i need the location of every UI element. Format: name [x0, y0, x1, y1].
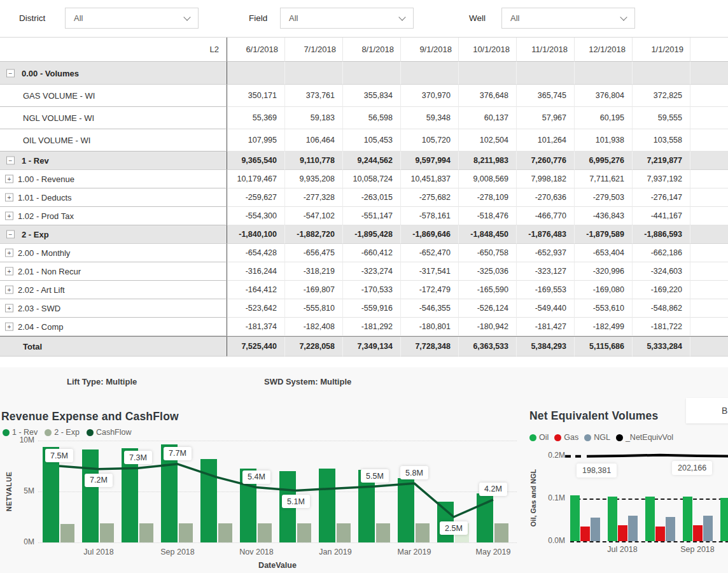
row-label: 2.01 - Non Recur: [18, 267, 81, 276]
value-cell: [690, 207, 728, 225]
collapse-icon[interactable]: −: [6, 230, 15, 239]
value-cell: 373,761: [285, 85, 343, 107]
value-cell: 7: [690, 152, 728, 170]
x-axis-tick: May 2019: [473, 548, 514, 556]
column-header[interactable]: 7/1/2018: [285, 38, 343, 62]
table-row[interactable]: +2.01 - Non Recur-316,244-318,219-323,27…: [0, 262, 728, 281]
row-label-cell[interactable]: +2.02 - Art Lift: [0, 281, 227, 299]
row-label-cell[interactable]: −1 - Rev: [0, 152, 227, 170]
row-label: OIL VOLUME - WI: [23, 136, 90, 145]
revenue-expense-cashflow-chart: Revenue Expense and CashFlow 1 - Rev2 - …: [0, 395, 523, 573]
row-label-cell[interactable]: +1.02 - Prod Tax: [0, 207, 227, 225]
value-cell: 7,349,134: [343, 337, 401, 357]
swd-system-label: SWD System: Multiple: [264, 377, 351, 386]
value-cell: 10,451,837: [401, 170, 459, 188]
field-filter-label: Field: [249, 13, 267, 23]
column-header[interactable]: 6/1/2018: [227, 38, 285, 62]
row-label-cell[interactable]: NGL VOLUME - WI: [0, 107, 227, 129]
table-row[interactable]: −2 - Exp-1,840,100-1,882,720-1,895,428-1…: [0, 225, 728, 244]
row-label-cell[interactable]: +2.01 - Non Recur: [0, 262, 227, 281]
table-row[interactable]: Total7,525,4407,228,0587,349,1347,728,34…: [0, 336, 728, 357]
expand-icon[interactable]: +: [5, 212, 13, 220]
value-cell: [690, 85, 728, 107]
value-cell: -553,610: [575, 299, 633, 318]
column-header[interactable]: 11/1/2018: [517, 38, 575, 62]
x-axis-tick: Jan 2019: [315, 548, 356, 556]
value-cell: -263,015: [343, 188, 401, 207]
table-row[interactable]: OIL VOLUME - WI107,995106,464105,453105,…: [0, 129, 728, 152]
x-axis-title: DateValue: [252, 561, 303, 570]
expand-icon[interactable]: +: [5, 286, 13, 294]
line-value-label: 202,166: [672, 461, 712, 475]
row-label-cell[interactable]: −2 - Exp: [0, 225, 227, 244]
value-cell: 9,008,569: [459, 170, 517, 188]
value-cell: 60,137: [459, 107, 517, 129]
value-cell: -436,843: [575, 207, 633, 225]
table-row[interactable]: +1.00 - Revenue10,179,4679,935,20810,058…: [0, 170, 728, 188]
expand-icon[interactable]: +: [5, 304, 13, 313]
data-label: 4.2M: [479, 483, 507, 496]
value-cell: 9,244,562: [343, 152, 401, 170]
row-label-cell[interactable]: GAS VOLUME - WI: [0, 85, 227, 107]
cashflow-line-layer: [0, 395, 523, 573]
value-cell: [690, 262, 728, 281]
value-cell: 7,525,440: [227, 337, 285, 357]
table-row[interactable]: +2.04 - Comp-181,374-182,408-181,292-180…: [0, 318, 728, 336]
district-filter-dropdown[interactable]: All: [65, 8, 199, 29]
column-header[interactable]: 9/1/2018: [401, 38, 459, 62]
table-row[interactable]: +2.02 - Art Lift-164,412-169,807-170,533…: [0, 281, 728, 299]
table-row[interactable]: +1.01 - Deducts-259,627-277,328-263,015-…: [0, 188, 728, 207]
value-cell: -276,147: [633, 188, 690, 207]
table-row[interactable]: GAS VOLUME - WI350,171373,761355,834370,…: [0, 85, 728, 107]
value-cell: [401, 62, 459, 85]
value-cell: -182,499: [575, 318, 633, 336]
value-cell: -169,220: [633, 281, 690, 299]
row-label-cell[interactable]: +2.04 - Comp: [0, 318, 227, 336]
value-cell: 6,995,276: [575, 152, 633, 170]
column-header[interactable]: 8/1/2018: [343, 38, 401, 62]
well-filter-dropdown[interactable]: All: [501, 8, 635, 29]
expand-icon[interactable]: +: [5, 249, 13, 257]
row-label-cell[interactable]: +1.00 - Revenue: [0, 170, 227, 188]
table-row[interactable]: NGL VOLUME - WI55,36959,18356,59859,3486…: [0, 107, 728, 129]
column-header[interactable]: 12/1/2018: [575, 38, 633, 62]
row-label: 1 - Rev: [22, 156, 49, 166]
collapse-icon[interactable]: −: [6, 157, 15, 165]
value-cell: 370,970: [401, 85, 459, 107]
table-row[interactable]: −0.00 - Volumes: [0, 62, 728, 85]
row-label-cell[interactable]: Total: [0, 337, 227, 357]
column-header[interactable]: 10/1/2018: [459, 38, 517, 62]
value-cell: -652,937: [517, 244, 575, 262]
column-header[interactable]: 1/1/2019: [633, 38, 690, 62]
table-row[interactable]: +1.02 - Prod Tax-554,300-547,102-551,147…: [0, 207, 728, 225]
value-cell: 60,195: [575, 107, 633, 129]
row-label: GAS VOLUME - WI: [23, 91, 95, 101]
expand-icon[interactable]: +: [5, 267, 13, 276]
data-label: 7.3M: [124, 451, 152, 464]
table-row[interactable]: +2.03 - SWD-523,642-555,810-559,916-546,…: [0, 299, 728, 318]
value-cell: -180,942: [459, 318, 517, 336]
row-label: 2.03 - SWD: [18, 304, 60, 313]
column-header[interactable]: 2,: [690, 38, 728, 62]
table-row[interactable]: +2.00 - Monthly-654,428-656,475-660,412-…: [0, 244, 728, 262]
line-value-label: 198,381: [577, 463, 617, 478]
row-label-cell[interactable]: +1.01 - Deducts: [0, 188, 227, 207]
value-cell: 7,728,348: [401, 337, 459, 357]
value-cell: -1,869,646: [401, 225, 459, 244]
x-axis-tick: Nov 2018: [236, 548, 277, 556]
expand-icon[interactable]: +: [5, 323, 13, 331]
value-cell: -578,161: [401, 207, 459, 225]
collapse-icon[interactable]: −: [6, 69, 15, 77]
row-label-cell[interactable]: +2.00 - Monthly: [0, 244, 227, 262]
field-filter-dropdown[interactable]: All: [280, 8, 414, 29]
value-cell: -518,476: [459, 207, 517, 225]
table-row[interactable]: −1 - Rev9,365,5409,110,7789,244,5629,597…: [0, 152, 728, 170]
expand-icon[interactable]: +: [5, 194, 13, 202]
expand-icon[interactable]: +: [5, 175, 13, 183]
row-label-cell[interactable]: +2.03 - SWD: [0, 299, 227, 318]
data-label: 5.5M: [361, 469, 389, 483]
row-label-cell[interactable]: −0.00 - Volumes: [0, 62, 227, 85]
row-label-cell[interactable]: OIL VOLUME - WI: [0, 129, 227, 152]
value-cell: 376,648: [459, 85, 517, 107]
value-cell: -320,996: [575, 262, 633, 281]
